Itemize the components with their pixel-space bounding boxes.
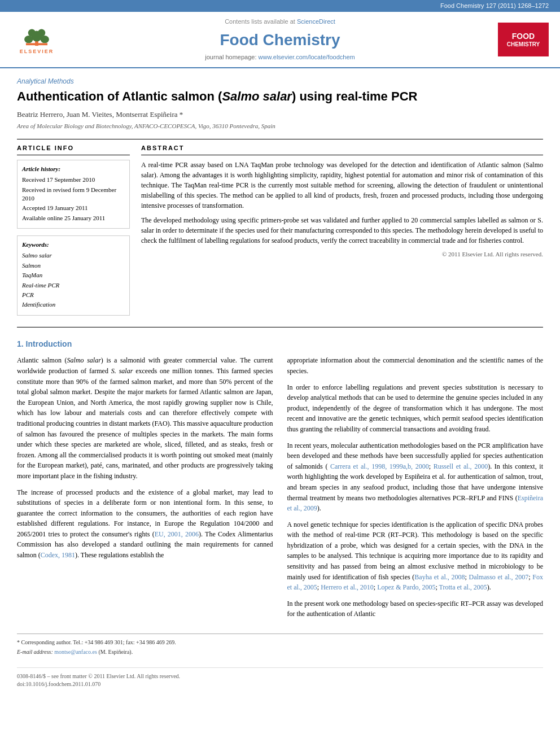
ref-bayha[interactable]: Bayha et al., 2008 [414, 573, 465, 581]
intro-right-para3: In recent years, molecular authenticatio… [287, 440, 544, 514]
keyword-3: TaqMan [22, 271, 125, 279]
elsevier-wordmark: ELSEVIER [20, 48, 54, 55]
abstract-column: ABSTRACT A real-time PCR assay based on … [141, 144, 543, 315]
copyright: © 2011 Elsevier Ltd. All rights reserved… [141, 250, 543, 259]
main-content: Analytical Methods Authentication of Atl… [0, 68, 560, 700]
bottom-identifiers: 0308-8146/$ – see front matter © 2011 El… [17, 667, 543, 688]
doi-line: doi:10.1016/j.foodchem.2011.01.070 [17, 680, 543, 688]
journal-citation: Food Chemistry 127 (2011) 1268–1272 [0, 0, 560, 12]
article-info-header: ARTICLE INFO [17, 144, 130, 155]
svg-point-3 [41, 36, 49, 43]
intro-right-para5: In the present work one methodology base… [287, 599, 544, 619]
homepage-link[interactable]: www.elsevier.com/locate/foodchem [259, 54, 355, 60]
footnote-contact: * Corresponding author. Tel.: +34 986 46… [17, 639, 543, 646]
food-chemistry-logo: FOOD CHEMISTRY [498, 23, 549, 56]
elsevier-logo: ELSEVIER [11, 23, 62, 56]
introduction-section: 1. Introduction Atlantic salmon (Salmo s… [17, 339, 543, 625]
journal-homepage: journal homepage: www.elsevier.com/locat… [68, 53, 492, 62]
available-date: Available online 25 January 2011 [22, 214, 125, 222]
ref-russell[interactable]: Russell et al., 2000 [434, 462, 488, 470]
keywords-header: Keywords: [22, 241, 125, 249]
intro-left-para1: Atlantic salmon (Salmo salar) is a salmo… [17, 355, 273, 481]
intro-right: appropriate information about the commer… [287, 355, 544, 625]
abstract-para2: The developed methodology using specific… [141, 215, 543, 246]
left-column: ARTICLE INFO Article history: Received 1… [17, 144, 130, 315]
accepted-date: Accepted 19 January 2011 [22, 204, 125, 212]
intro-right-para2: In order to enforce labelling regulation… [287, 382, 544, 435]
keyword-5: PCR [22, 291, 125, 299]
divider [17, 139, 543, 139]
abstract-para1: A real-time PCR assay based on LNA TaqMa… [141, 160, 543, 211]
issn-line: 0308-8146/$ – see front matter © 2011 El… [17, 672, 543, 680]
received-revised-date: Received in revised form 9 December 2010 [22, 186, 125, 203]
affiliation: Area of Molecular Biology and Biotechnol… [17, 122, 543, 130]
intro-left-para2: The increase of processed products and t… [17, 487, 273, 561]
svg-point-2 [24, 36, 33, 43]
email-link[interactable]: montse@anfaco.es [54, 649, 97, 655]
citation-text: Food Chemistry 127 (2011) 1268–1272 [440, 2, 549, 9]
svg-point-4 [28, 29, 36, 37]
sciencedirect-link[interactable]: ScienceDirect [297, 18, 335, 25]
intro-body: Atlantic salmon (Salmo salar) is a salmo… [17, 355, 543, 625]
article-section-label: Analytical Methods [17, 77, 543, 86]
ref-espineira[interactable]: Espiñeira et al., 2009 [287, 494, 544, 513]
intro-title: 1. Introduction [17, 339, 543, 350]
intro-right-para1: appropriate information about the commer… [287, 355, 544, 376]
svg-point-5 [38, 29, 45, 37]
ref-herrero[interactable]: Herrero et al., 2010 [321, 583, 374, 591]
keyword-4: Real-time PCR [22, 281, 125, 290]
intro-right-para4: A novel genetic technique for species id… [287, 519, 544, 593]
journal-name: Food Chemistry [68, 29, 492, 51]
footnote-area: * Corresponding author. Tel.: +34 986 46… [17, 634, 543, 656]
keywords-box: Keywords: Salmo salar Salmon TaqMan Real… [17, 235, 130, 316]
ref-lopez[interactable]: Lopez & Pardo, 2005 [377, 583, 435, 591]
journal-header: ELSEVIER Contents lists available at Sci… [0, 12, 560, 68]
ref-carrera[interactable]: Carrera et al., 1998, 1999a,b, 2000 [330, 462, 429, 470]
ref-dalmasso[interactable]: Dalmasso et al., 2007 [469, 573, 529, 581]
ref-trotta[interactable]: Trotta et al., 2005 [439, 583, 487, 591]
keyword-1: Salmo salar [22, 251, 125, 260]
article-title: Authentication of Atlantic salmon (Salmo… [17, 89, 543, 105]
article-info-abstract: ARTICLE INFO Article history: Received 1… [17, 144, 543, 315]
sciencedirect-label: Contents lists available at ScienceDirec… [68, 18, 492, 26]
abstract-header: ABSTRACT [141, 144, 543, 155]
divider-2 [17, 327, 543, 327]
ref-eu[interactable]: EU, 2001, 2006 [155, 530, 199, 538]
keyword-2: Salmon [22, 261, 125, 270]
journal-title-block: Contents lists available at ScienceDirec… [68, 18, 492, 62]
authors: Beatriz Herrero, Juan M. Vieites, Montse… [17, 110, 543, 120]
article-history-box: Article history: Received 17 September 2… [17, 160, 130, 229]
history-label: Article history: [22, 165, 125, 173]
svg-rect-6 [26, 43, 47, 45]
footnote-email: E-mail address: montse@anfaco.es (M. Esp… [17, 648, 543, 656]
keywords-list: Salmo salar Salmon TaqMan Real-time PCR … [22, 251, 125, 309]
keyword-6: Identification [22, 300, 125, 309]
received-date: Received 17 September 2010 [22, 176, 125, 184]
ref-codex[interactable]: Codex, 1981 [41, 551, 75, 559]
intro-left: Atlantic salmon (Salmo salar) is a salmo… [17, 355, 273, 625]
